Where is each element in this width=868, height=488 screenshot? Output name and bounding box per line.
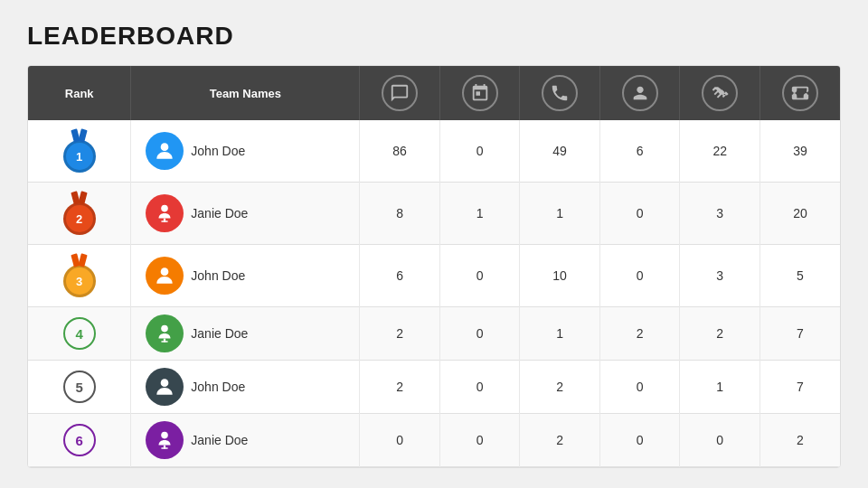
- table-row: 6 Janie Doe 002002: [28, 414, 840, 467]
- stat-cell: 0: [439, 414, 520, 467]
- player-name: Janie Doe: [191, 206, 248, 221]
- stat-cell: 1: [520, 183, 600, 245]
- stat-cell: 6: [599, 120, 680, 183]
- table-row: 1 John Doe 8604962239: [28, 120, 840, 183]
- stat-cell: 0: [439, 307, 520, 361]
- page-title: LEADERBOARD: [27, 22, 841, 51]
- stat-cell: 0: [680, 414, 760, 467]
- rank-cell: 2: [28, 183, 131, 245]
- stat-cell: 2: [520, 361, 600, 414]
- svg-point-4: [161, 267, 169, 276]
- name-cell: Janie Doe: [131, 414, 360, 467]
- silver-medal: 2: [60, 190, 99, 237]
- rank-cell: 5: [28, 361, 131, 414]
- stat-cell: 0: [360, 414, 440, 467]
- svg-point-8: [161, 379, 169, 387]
- stat-cell: 10: [520, 245, 600, 307]
- svg-rect-3: [162, 221, 169, 222]
- table-row: 2 Janie Doe 8110320: [28, 183, 840, 245]
- rank-cell: 4: [28, 307, 131, 361]
- svg-point-1: [162, 205, 169, 212]
- header-calendar: [439, 66, 520, 120]
- player-name: Janie Doe: [191, 433, 248, 447]
- header-handshake: [680, 66, 760, 120]
- avatar: [146, 368, 184, 406]
- name-cell: John Doe: [131, 245, 360, 307]
- stat-cell: 20: [760, 183, 840, 245]
- stat-cell: 0: [599, 414, 680, 467]
- stat-cell: 0: [439, 361, 520, 414]
- stat-cell: 22: [680, 120, 760, 183]
- stat-cell: 3: [680, 183, 760, 245]
- stat-cell: 0: [439, 120, 520, 183]
- svg-point-9: [162, 432, 169, 439]
- rank-circle: 5: [63, 371, 96, 403]
- stat-cell: 2: [760, 414, 840, 467]
- stat-cell: 7: [760, 307, 840, 361]
- stat-cell: 0: [439, 245, 520, 307]
- name-cell: Janie Doe: [131, 307, 360, 361]
- stat-cell: 7: [760, 361, 840, 414]
- player-name: Janie Doe: [191, 326, 248, 341]
- name-cell: John Doe: [131, 361, 360, 414]
- stat-cell: 39: [760, 120, 840, 183]
- header-phone: [520, 66, 600, 120]
- table-row: 4 Janie Doe 201227: [28, 307, 840, 361]
- stat-cell: 49: [520, 120, 600, 183]
- stat-cell: 86: [360, 120, 440, 183]
- rank-circle: 4: [63, 317, 96, 350]
- stat-cell: 8: [360, 183, 440, 245]
- header-person: [599, 66, 680, 120]
- avatar: [146, 132, 184, 170]
- header-team: Team Names: [131, 66, 360, 120]
- avatar: [146, 421, 184, 459]
- stat-cell: 0: [599, 361, 680, 414]
- leaderboard-table: Rank Team Names: [27, 65, 841, 468]
- stat-cell: 0: [599, 245, 680, 307]
- stat-cell: 2: [520, 414, 600, 467]
- svg-point-5: [162, 325, 169, 333]
- table-row: 5 John Doe 202017: [28, 361, 840, 414]
- stat-cell: 3: [680, 245, 760, 307]
- avatar: [146, 257, 184, 295]
- name-cell: Janie Doe: [131, 183, 360, 245]
- avatar: [146, 194, 184, 232]
- player-name: John Doe: [191, 380, 245, 394]
- stat-cell: 2: [360, 307, 440, 361]
- header-chat: [360, 66, 440, 120]
- gold-medal: 1: [60, 127, 99, 174]
- table-row: 3 John Doe 6010035: [28, 245, 840, 307]
- stat-cell: 2: [599, 307, 680, 361]
- stat-cell: 6: [360, 245, 440, 307]
- stat-cell: 0: [599, 183, 680, 245]
- rank-cell: 6: [28, 414, 131, 467]
- stat-cell: 1: [439, 183, 520, 245]
- player-name: John Doe: [191, 268, 245, 283]
- rank-cell: 3: [28, 245, 131, 307]
- header-ticket: [760, 66, 840, 120]
- rank-cell: 1: [28, 120, 131, 183]
- avatar: [146, 314, 184, 352]
- stat-cell: 2: [680, 307, 760, 361]
- stat-cell: 1: [520, 307, 600, 361]
- stat-cell: 5: [760, 245, 840, 307]
- stat-cell: 1: [680, 361, 760, 414]
- svg-point-0: [161, 143, 169, 151]
- svg-rect-7: [162, 341, 169, 343]
- header-rank: Rank: [28, 66, 131, 120]
- table-header-row: Rank Team Names: [28, 66, 840, 120]
- svg-rect-11: [162, 447, 169, 449]
- bronze-medal: 3: [60, 252, 99, 299]
- stat-cell: 2: [360, 361, 440, 414]
- player-name: John Doe: [191, 144, 245, 158]
- name-cell: John Doe: [131, 120, 360, 183]
- rank-circle: 6: [63, 424, 96, 456]
